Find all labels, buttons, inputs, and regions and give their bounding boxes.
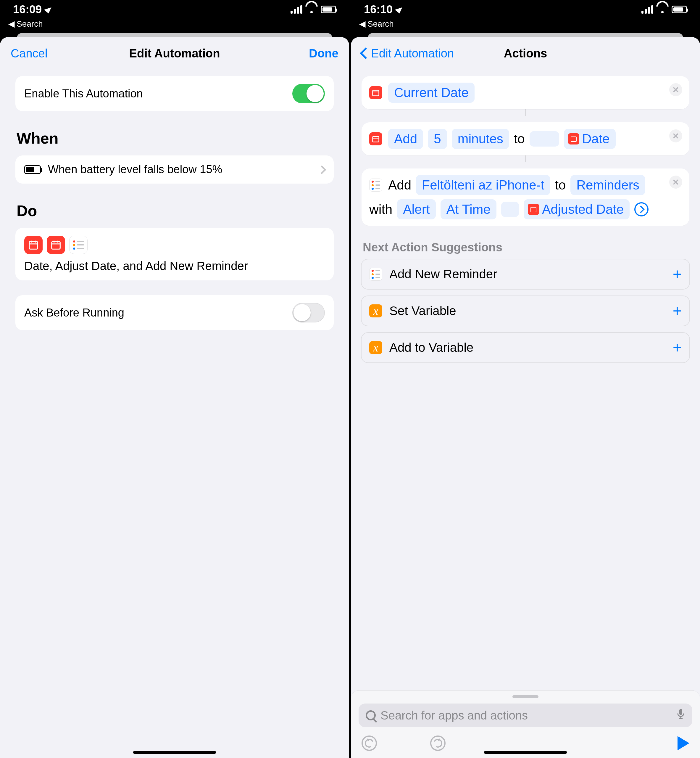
run-button[interactable] xyxy=(678,736,689,750)
token-date-variable[interactable]: Date xyxy=(564,129,616,149)
cancel-label: Cancel xyxy=(11,47,48,60)
content: Current Date Add 5 minutes to xyxy=(351,70,700,758)
delete-action-button[interactable] xyxy=(669,129,682,143)
variable-icon: x xyxy=(369,304,382,318)
done-button[interactable]: Done xyxy=(309,37,339,70)
svg-rect-14 xyxy=(679,709,682,715)
token-alert[interactable]: Alert xyxy=(397,199,436,219)
connector xyxy=(525,155,527,162)
ask-toggle[interactable] xyxy=(292,303,325,323)
ask-label: Ask Before Running xyxy=(24,307,124,319)
enable-toggle[interactable] xyxy=(292,84,325,103)
redo-button[interactable] xyxy=(430,736,445,751)
suggestion-label: Add to Variable xyxy=(389,340,473,355)
action-current-date[interactable]: Current Date xyxy=(361,76,689,109)
edit-automation-sheet: Cancel Edit Automation Done Enable This … xyxy=(0,37,349,758)
calendar-icon xyxy=(24,236,42,254)
plus-icon[interactable]: + xyxy=(673,265,682,283)
when-text: When battery level falls below 15% xyxy=(48,163,222,176)
ask-cell[interactable]: Ask Before Running xyxy=(16,295,334,330)
svg-rect-10 xyxy=(373,136,379,142)
when-cell[interactable]: When battery level falls below 15% xyxy=(16,155,334,183)
word-to: to xyxy=(555,176,566,194)
when-card: When battery level falls below 15% xyxy=(16,155,334,183)
undo-button[interactable] xyxy=(361,736,377,751)
back-to-search[interactable]: ◀ Search xyxy=(351,19,700,33)
delete-action-button[interactable] xyxy=(669,175,682,189)
expand-button[interactable] xyxy=(634,202,648,216)
when-heading: When xyxy=(11,117,339,149)
action-adjust-date[interactable]: Add 5 minutes to Date xyxy=(361,122,689,155)
word-add: Add xyxy=(388,176,411,194)
suggestion-add-to-variable[interactable]: x Add to Variable + xyxy=(361,332,690,363)
token-placeholder[interactable] xyxy=(501,202,519,217)
token-task[interactable]: Feltölteni az iPhone-t xyxy=(416,175,550,195)
svg-rect-12 xyxy=(571,137,577,141)
back-triangle-icon: ◀ xyxy=(359,19,366,29)
calendar-icon xyxy=(369,86,382,99)
cancel-button[interactable]: Cancel xyxy=(11,37,48,70)
suggestion-set-variable[interactable]: x Set Variable + xyxy=(361,296,690,326)
tray-buttons xyxy=(359,727,692,752)
token-at-time[interactable]: At Time xyxy=(441,199,497,219)
home-indicator xyxy=(484,751,567,754)
back-label: Search xyxy=(17,19,43,29)
actions-sheet: Edit Automation Actions Current Date xyxy=(351,37,700,758)
do-heading: Do xyxy=(11,190,339,221)
done-label: Done xyxy=(309,47,339,60)
token-quantity[interactable]: 5 xyxy=(428,129,447,149)
suggestion-add-reminder[interactable]: Add New Reminder + xyxy=(361,259,690,290)
token-add[interactable]: Add xyxy=(388,129,423,149)
plus-icon[interactable]: + xyxy=(673,339,682,357)
do-card: Date, Adjust Date, and Add New Reminder xyxy=(16,228,334,280)
delete-action-button[interactable] xyxy=(669,83,682,96)
token-adjusted-date-label: Adjusted Date xyxy=(542,200,623,218)
search-icon xyxy=(366,710,376,720)
chevron-back-icon xyxy=(361,47,369,59)
calendar-icon xyxy=(568,133,579,144)
token-list[interactable]: Reminders xyxy=(570,175,645,195)
status-time: 16:09 xyxy=(13,3,42,16)
reminders-icon xyxy=(69,236,88,254)
search-input[interactable]: Search for apps and actions xyxy=(359,703,692,727)
plus-icon[interactable]: + xyxy=(673,302,682,320)
ask-card: Ask Before Running xyxy=(16,295,334,330)
status-bar: 16:09 xyxy=(0,0,349,19)
svg-rect-4 xyxy=(52,242,60,249)
mic-icon[interactable] xyxy=(677,708,685,723)
battery-icon xyxy=(321,6,336,13)
svg-rect-13 xyxy=(531,207,536,212)
do-cell[interactable]: Date, Adjust Date, and Add New Reminder xyxy=(16,228,334,280)
status-bar: 16:10 xyxy=(351,0,700,19)
do-text: Date, Adjust Date, and Add New Reminder xyxy=(24,259,325,273)
battery-low-icon xyxy=(24,165,41,174)
wifi-icon xyxy=(658,6,667,13)
cellular-icon xyxy=(641,5,653,14)
wifi-icon xyxy=(306,6,317,13)
token-adjusted-date[interactable]: Adjusted Date xyxy=(523,199,630,219)
enable-card: Enable This Automation xyxy=(16,76,334,111)
token-placeholder[interactable] xyxy=(530,131,559,147)
enable-cell[interactable]: Enable This Automation xyxy=(16,76,334,111)
reminders-icon xyxy=(369,268,382,281)
suggestions-heading: Next Action Suggestions xyxy=(357,226,694,259)
word-to: to xyxy=(514,130,525,148)
calendar-icon xyxy=(369,132,382,146)
grabber[interactable] xyxy=(512,695,539,698)
back-button[interactable]: Edit Automation xyxy=(361,37,454,70)
back-to-search[interactable]: ◀ Search xyxy=(0,19,349,33)
status-time: 16:10 xyxy=(364,3,392,16)
back-label: Search xyxy=(367,19,394,29)
token-current-date[interactable]: Current Date xyxy=(388,83,475,103)
nav-title: Edit Automation xyxy=(129,47,220,60)
bottom-tray: Search for apps and actions xyxy=(351,690,700,758)
connector xyxy=(525,109,527,116)
token-unit[interactable]: minutes xyxy=(452,129,509,149)
location-icon xyxy=(44,6,54,14)
back-label: Edit Automation xyxy=(371,47,454,60)
navbar: Edit Automation Actions xyxy=(351,37,700,70)
action-add-reminder[interactable]: Add Feltölteni az iPhone-t to Reminders … xyxy=(361,169,689,226)
right-screenshot: 16:10 ◀ Search Edit Automation Actions xyxy=(351,0,700,758)
svg-rect-0 xyxy=(29,242,38,249)
svg-rect-8 xyxy=(373,90,379,96)
